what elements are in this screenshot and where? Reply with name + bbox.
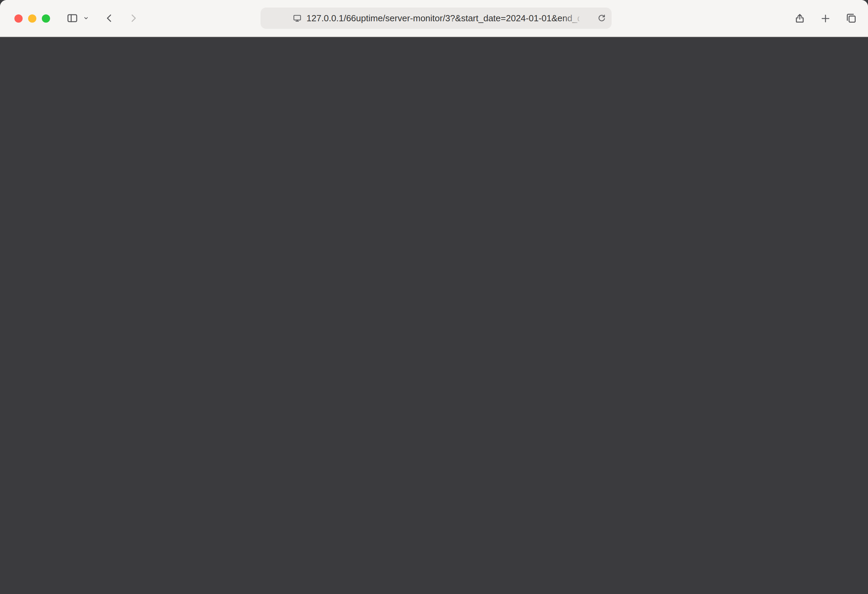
minimize-window-button[interactable] [28, 14, 36, 22]
address-bar[interactable]: 127.0.0.1/66uptime/server-monitor/3?&sta… [261, 7, 611, 29]
tab-groups-chevron-icon [82, 15, 90, 22]
zoom-window-button[interactable] [42, 14, 50, 22]
share-button[interactable] [794, 12, 806, 24]
new-tab-icon [820, 13, 831, 24]
tab-groups-button[interactable] [82, 15, 90, 22]
tab-overview-button[interactable] [845, 12, 857, 24]
screen: 127.0.0.1/66uptime/server-monitor/3?&sta… [0, 0, 868, 594]
browser-window: 127.0.0.1/66uptime/server-monitor/3?&sta… [0, 0, 868, 37]
close-window-button[interactable] [15, 14, 23, 22]
traffic-lights [0, 14, 50, 22]
reload-icon [597, 14, 606, 23]
site-icon [293, 14, 302, 23]
tab-overview-icon [845, 12, 857, 24]
sidebar-toggle-button[interactable] [66, 12, 78, 24]
back-icon [103, 12, 115, 24]
forward-button[interactable] [127, 12, 139, 24]
url-fade [562, 7, 591, 29]
browser-chrome: 127.0.0.1/66uptime/server-monitor/3?&sta… [0, 0, 868, 37]
reload-button[interactable] [597, 14, 606, 23]
share-icon [794, 12, 806, 24]
sidebar-toggle-icon [66, 12, 78, 24]
new-tab-button[interactable] [820, 13, 831, 24]
url-text: 127.0.0.1/66uptime/server-monitor/3?&sta… [307, 13, 579, 23]
forward-icon [127, 12, 139, 24]
back-button[interactable] [103, 12, 115, 24]
